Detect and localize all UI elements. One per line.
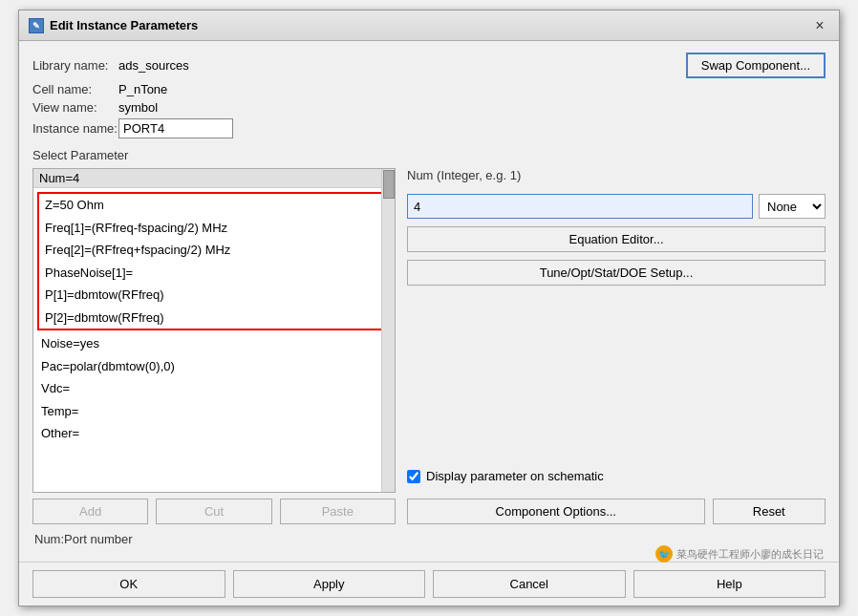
view-row: View name: symbol (32, 100, 826, 115)
equation-editor-button[interactable]: Equation Editor... (407, 226, 826, 252)
scrollbar-thumb[interactable] (383, 170, 395, 199)
watermark-text: 菜鸟硬件工程师小廖的成长日记 (676, 547, 824, 562)
dialog-icon: ✎ (29, 18, 44, 33)
tune-setup-button[interactable]: Tune/Opt/Stat/DOE Setup... (407, 260, 826, 286)
status-text: Num:Port number (32, 532, 826, 546)
none-select[interactable]: None (759, 194, 826, 219)
list-item[interactable]: Pac=polar(dbmtow(0),0) (33, 355, 395, 378)
value-input[interactable] (407, 194, 753, 219)
param-list[interactable]: Z=50 Ohm Freq[1]=(RFfreq-fspacing/2) MHz… (33, 188, 395, 492)
cut-button[interactable]: Cut (156, 499, 271, 524)
cell-label: Cell name: (32, 82, 118, 96)
left-panel: Num=4 Z=50 Ohm Freq[1]=(RFfreq-fspacing/… (32, 168, 396, 524)
instance-label: Instance name: (32, 121, 118, 136)
display-param-checkbox[interactable] (407, 470, 420, 483)
help-button[interactable]: Help (633, 570, 826, 598)
field-label: Num (Integer, e.g. 1) (407, 168, 826, 182)
ok-button[interactable]: OK (32, 570, 225, 598)
apply-button[interactable]: Apply (233, 570, 426, 598)
library-value: ads_sources (118, 58, 189, 73)
cancel-button[interactable]: Cancel (433, 570, 626, 598)
instance-name-input[interactable] (118, 118, 233, 138)
value-row: None (407, 194, 826, 219)
instance-row: Instance name: (32, 118, 826, 138)
watermark: 🐦 菜鸟硬件工程师小廖的成长日记 (655, 545, 824, 563)
title-bar: ✎ Edit Instance Parameters × (19, 11, 839, 41)
reset-button[interactable]: Reset (713, 499, 826, 524)
right-action-buttons: Component Options... Reset (407, 499, 826, 524)
right-panel: Num (Integer, e.g. 1) None Equation Edit… (407, 168, 826, 524)
paste-button[interactable]: Paste (280, 499, 396, 524)
main-content: Num=4 Z=50 Ohm Freq[1]=(RFfreq-fspacing/… (32, 168, 826, 524)
list-item[interactable]: Temp= (33, 400, 395, 423)
list-item[interactable]: Freq[1]=(RFfreq-fspacing/2) MHz (39, 217, 389, 240)
list-item[interactable]: Z=50 Ohm (39, 194, 389, 217)
edit-instance-dialog: ✎ Edit Instance Parameters × Library nam… (18, 10, 840, 606)
highlighted-param-group: Z=50 Ohm Freq[1]=(RFfreq-fspacing/2) MHz… (37, 192, 391, 330)
swap-component-button[interactable]: Swap Component... (686, 53, 826, 78)
close-button[interactable]: × (810, 16, 829, 35)
list-item[interactable]: Noise=yes (33, 332, 395, 355)
cell-value: P_nTone (118, 82, 167, 96)
list-item[interactable]: P[2]=dbmtow(RFfreq) (39, 307, 389, 329)
add-button[interactable]: Add (32, 499, 148, 524)
list-item[interactable]: P[1]=dbmtow(RFfreq) (39, 284, 389, 307)
list-item[interactable]: Other= (33, 422, 395, 445)
dialog-footer: OK Apply Cancel Help (19, 562, 839, 605)
display-param-label: Display parameter on schematic (426, 469, 604, 483)
view-value: symbol (118, 100, 158, 115)
cell-row: Cell name: P_nTone (32, 82, 826, 96)
param-list-container: Num=4 Z=50 Ohm Freq[1]=(RFfreq-fspacing/… (32, 168, 396, 493)
list-item[interactable]: PhaseNoise[1]= (39, 262, 389, 285)
dialog-title: Edit Instance Parameters (50, 18, 810, 32)
param-list-header: Num=4 (33, 169, 395, 188)
list-action-buttons: Add Cut Paste (32, 499, 396, 524)
library-row: Library name: ads_sources Swap Component… (32, 53, 826, 78)
select-parameter-section: Select Parameter (32, 148, 826, 162)
list-item[interactable]: Vdc= (33, 377, 395, 400)
dialog-body: Library name: ads_sources Swap Component… (19, 41, 839, 558)
scrollbar-track[interactable] (381, 169, 395, 492)
display-param-row: Display parameter on schematic (407, 469, 826, 483)
watermark-icon: 🐦 (655, 545, 673, 563)
list-item[interactable]: Freq[2]=(RFfreq+fspacing/2) MHz (39, 239, 389, 262)
component-options-button[interactable]: Component Options... (407, 499, 705, 524)
library-label: Library name: (32, 58, 118, 73)
view-label: View name: (32, 100, 118, 115)
